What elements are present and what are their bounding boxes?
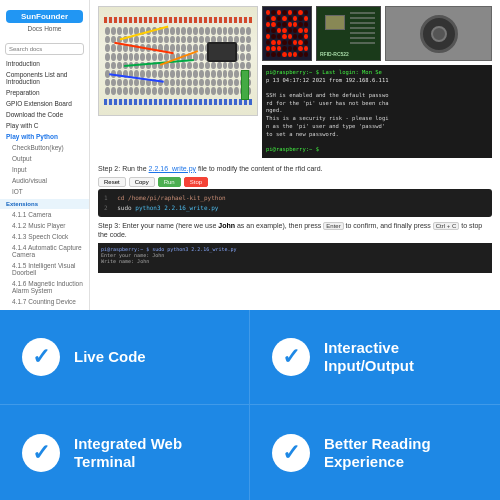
terminal-panel-right: pi@raspberry:~ $ Last login: Mon Se p 13…	[262, 65, 492, 158]
docs-home-label: Docs Home	[6, 25, 83, 32]
feature-cell-web-terminal: ✓ Integrated Web Terminal	[0, 405, 250, 500]
step2-text: Step 2: Run the 2.2.16_write.py file to …	[98, 164, 492, 174]
code-toolbar: Reset Copy Run Stop	[98, 177, 492, 187]
terminal-line-10	[266, 138, 488, 146]
check-circle-web-terminal: ✓	[22, 434, 60, 472]
reset-button[interactable]: Reset	[98, 177, 126, 187]
check-icon-interactive-io: ✓	[282, 346, 300, 368]
step3-enter-key: Enter	[323, 222, 343, 230]
bottom-terminal-line3: Write name: John	[101, 258, 489, 264]
code-line-1: 1 cd /home/pi/raphael-kit_python	[104, 193, 486, 203]
sidebar-item-gpio[interactable]: GPIO Extension Board	[0, 98, 89, 109]
feature-label-interactive-io: Interactive Input/Output	[324, 339, 478, 375]
hardware-panels: RFID-RC522	[262, 6, 492, 61]
sidebar-logo: SunFounder Docs Home	[0, 6, 89, 36]
terminal-line-4: SSH is enabled and the default passwo	[266, 92, 488, 100]
feature-label-better-reading: Better Reading Experience	[324, 435, 478, 471]
sidebar-item-introduction[interactable]: Introduction	[0, 58, 89, 69]
sidebar-item-4-1-6[interactable]: 4.1.6 Magnetic Induction Alarm System	[0, 278, 89, 296]
sidebar-item-extensions[interactable]: Extensions	[0, 199, 89, 209]
top-section: SunFounder Docs Home Introduction Compon…	[0, 0, 500, 310]
sidebar-item-4-1-1[interactable]: 4.1.1 Camera	[0, 209, 89, 220]
sidebar-item-4-1-5[interactable]: 4.1.5 Intelligent Visual Doorbell	[0, 260, 89, 278]
sidebar-item-preparation[interactable]: Preparation	[0, 87, 89, 98]
step3-ctrl-key: Ctrl + C	[433, 222, 460, 230]
sidebar-item-iot[interactable]: IOT	[0, 186, 89, 197]
sidebar-item-4-1-2[interactable]: 4.1.2 Music Player	[0, 220, 89, 231]
led-matrix	[262, 6, 312, 61]
step3-text: Step 3: Enter your name (here we use Joh…	[98, 221, 492, 241]
copy-button[interactable]: Copy	[129, 177, 155, 187]
terminal-line-3	[266, 84, 488, 92]
features-section: ✓ Live Code ✓ Interactive Input/Output ✓…	[0, 310, 500, 500]
check-icon-better-reading: ✓	[282, 442, 300, 464]
rfid-label: RFID-RC522	[320, 51, 349, 57]
speaker-inner	[431, 26, 447, 42]
check-circle-live-code: ✓	[22, 338, 60, 376]
sidebar-item-audiovisual[interactable]: Audio/visual	[0, 175, 89, 186]
main-content: document.write(Array(200).fill('<div sty…	[90, 0, 500, 310]
step2-link[interactable]: 2.2.16_write.py	[149, 165, 196, 172]
feature-label-live-code: Live Code	[74, 348, 146, 366]
rfid-lines	[350, 12, 375, 57]
sidebar-item-checkbutton[interactable]: CheckButton(key)	[0, 142, 89, 153]
speaker-circle	[420, 15, 458, 53]
sidebar-item-4-1-7[interactable]: 4.1.7 Counting Device	[0, 296, 89, 307]
code-area: 1 cd /home/pi/raphael-kit_python 2 sudo …	[98, 189, 492, 216]
check-icon-web-terminal: ✓	[32, 442, 50, 464]
sidebar-item-4-1-3[interactable]: 4.1.3 Speech Clock	[0, 231, 89, 242]
bottom-terminal: pi@raspberry:~ $ sudo python3 2.2.16_wri…	[98, 243, 492, 273]
sidebar-item-play-python[interactable]: Play with Python	[0, 131, 89, 142]
run-button[interactable]: Run	[158, 177, 181, 187]
right-panels: RFID-RC522 pi@raspberry:~ $ Last login: …	[262, 6, 492, 158]
terminal-line-11: pi@raspberry:~ $	[266, 146, 488, 154]
terminal-line-2: p 13 04:17:12 2021 from 192.168.6.111	[266, 77, 488, 85]
check-circle-interactive-io: ✓	[272, 338, 310, 376]
sidebar-item-output[interactable]: Output	[0, 153, 89, 164]
sidebar-item-download[interactable]: Download the Code	[0, 109, 89, 120]
content-image-row: document.write(Array(200).fill('<div sty…	[98, 6, 492, 158]
rfid-chip	[325, 15, 345, 30]
stop-button[interactable]: Stop	[184, 177, 208, 187]
step2-suffix: file to modify the content of the rfid c…	[198, 165, 323, 172]
sidebar-item-4-1-4[interactable]: 4.1.4 Automatic Capture Camera	[0, 242, 89, 260]
feature-cell-better-reading: ✓ Better Reading Experience	[250, 405, 500, 500]
logo-badge: SunFounder	[6, 10, 83, 23]
feature-cell-live-code: ✓ Live Code	[0, 310, 250, 405]
breadboard-image: document.write(Array(200).fill('<div sty…	[98, 6, 258, 116]
terminal-line-7: This is a security risk - please logi	[266, 115, 488, 123]
sidebar-item-input[interactable]: Input	[0, 164, 89, 175]
terminal-line-1: pi@raspberry:~ $ Last login: Mon Se	[266, 69, 488, 77]
sidebar-item-play-c[interactable]: Play with C	[0, 120, 89, 131]
code-line-2: 2 sudo python3 2.2.16_write.py	[104, 203, 486, 213]
step3-name: John	[218, 222, 235, 229]
terminal-line-9: to set a new password.	[266, 131, 488, 139]
terminal-line-5: rd for the 'pi' user has not been cha	[266, 100, 488, 108]
feature-cell-interactive-io: ✓ Interactive Input/Output	[250, 310, 500, 405]
rfid-module: RFID-RC522	[316, 6, 381, 61]
terminal-line-6: nged.	[266, 107, 488, 115]
speaker-module	[385, 6, 492, 61]
code-block-wrapper: Reset Copy Run Stop 1 cd /home/pi/raphae…	[98, 177, 492, 216]
feature-label-web-terminal: Integrated Web Terminal	[74, 435, 227, 471]
check-circle-better-reading: ✓	[272, 434, 310, 472]
step2-prefix: Step 2: Run the	[98, 165, 149, 172]
sidebar-item-components[interactable]: Components List and Introduction	[0, 69, 89, 87]
sidebar: SunFounder Docs Home Introduction Compon…	[0, 0, 90, 310]
check-icon-live-code: ✓	[32, 346, 50, 368]
search-input[interactable]	[5, 43, 84, 55]
terminal-line-8: n as the 'pi' user and type 'passwd'	[266, 123, 488, 131]
